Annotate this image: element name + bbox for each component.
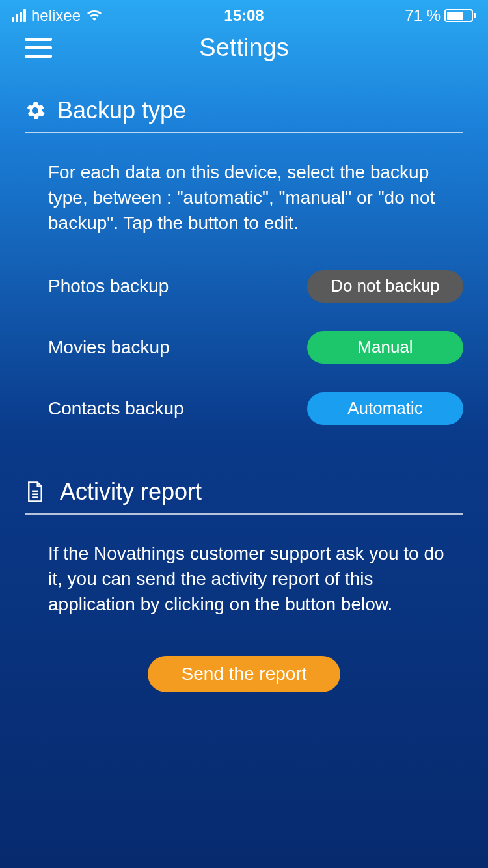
contacts-backup-button[interactable]: Automatic (307, 392, 463, 425)
page-title: Settings (199, 34, 288, 62)
activity-section-description: If the Novathings customer support ask y… (25, 515, 463, 637)
status-right: 71 % (405, 7, 476, 25)
gear-icon (25, 100, 46, 121)
movies-backup-button[interactable]: Manual (307, 331, 463, 364)
photos-backup-button[interactable]: Do not backup (307, 270, 463, 303)
wifi-icon (86, 9, 103, 22)
backup-section-description: For each data on this device, select the… (25, 133, 463, 256)
battery-icon (444, 9, 476, 22)
activity-section-header: Activity report (25, 478, 463, 515)
movies-backup-row: Movies backup Manual (25, 317, 463, 378)
menu-icon[interactable] (25, 38, 52, 58)
status-bar: helixee 15:08 71 % (0, 0, 488, 26)
photos-backup-label: Photos backup (48, 276, 169, 297)
document-icon (25, 481, 46, 502)
contacts-backup-row: Contacts backup Automatic (25, 378, 463, 439)
backup-section-header: Backup type (25, 97, 463, 133)
movies-backup-label: Movies backup (48, 337, 170, 358)
signal-icon (12, 9, 26, 22)
activity-section-title: Activity report (60, 478, 202, 506)
app-header: Settings (0, 26, 488, 64)
status-time: 15:08 (224, 7, 264, 25)
battery-percent: 71 % (405, 7, 441, 25)
status-left: helixee (12, 7, 103, 25)
activity-report-section: Activity report If the Novathings custom… (0, 439, 488, 693)
send-report-button[interactable]: Send the report (148, 656, 340, 692)
backup-type-section: Backup type For each data on this device… (0, 64, 488, 439)
backup-section-title: Backup type (57, 97, 186, 124)
carrier-label: helixee (31, 7, 81, 25)
photos-backup-row: Photos backup Do not backup (25, 256, 463, 317)
contacts-backup-label: Contacts backup (48, 398, 184, 419)
